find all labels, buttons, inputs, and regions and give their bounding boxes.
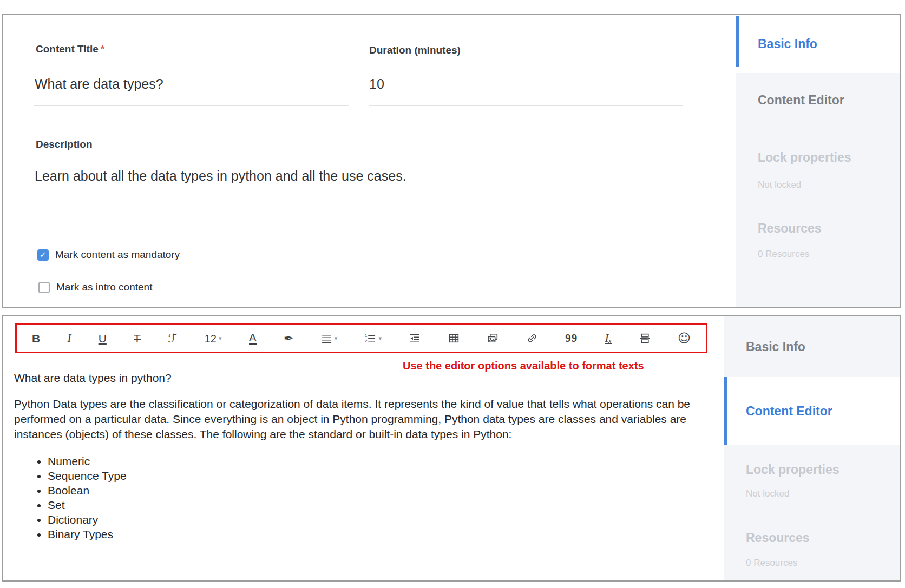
italic-icon: I [67, 333, 71, 344]
lock-status-text: Not locked [724, 488, 900, 499]
indent-icon [409, 333, 421, 344]
content-editor-panel: BIUTℱ12▾A✒▾12▾99Iₓ☺ Use the editor optio… [2, 315, 901, 582]
table-button[interactable] [447, 332, 461, 345]
link-icon [526, 333, 538, 344]
editor-bullet-list: NumericSequence TypeBooleanSetDictionary… [14, 454, 714, 541]
clear-formatting-button[interactable]: Iₓ [604, 332, 613, 345]
bullet-item: Binary Types [48, 527, 714, 541]
clear-formatting-icon: Iₓ [605, 333, 612, 344]
sidebar-item-resources: Resources [736, 221, 900, 236]
sidebar-item-lock-properties: Lock properties [724, 463, 900, 477]
active-indicator-bar [724, 377, 727, 445]
italic-button[interactable]: I [66, 332, 72, 345]
underline-button[interactable]: U [97, 332, 108, 345]
emoji-icon: ☺ [678, 332, 691, 345]
sidebar-item-content-editor[interactable]: Content Editor [736, 73, 900, 127]
sidebar-item-label: Content Editor [724, 404, 832, 419]
description-input[interactable]: Learn about all the data types in python… [35, 168, 522, 184]
bullet-item: Set [48, 498, 714, 512]
lock-status-text: Not locked [736, 180, 900, 190]
quote-button[interactable]: 99 [564, 332, 579, 345]
underline-icon: U [99, 333, 107, 344]
mandatory-checkbox-label: Mark content as mandatory [55, 249, 180, 261]
bold-button[interactable]: B [31, 332, 41, 345]
field-underline [34, 233, 485, 233]
check-icon: ✓ [40, 251, 47, 259]
editor-paragraph: Python Data types are the classification… [14, 397, 714, 442]
ordered-list-button[interactable]: 12▾ [363, 332, 383, 345]
dropdown-caret-icon: ▾ [335, 335, 338, 342]
field-underline [369, 105, 683, 106]
description-label: Description [36, 138, 93, 150]
resources-count-text: 0 Resources [736, 249, 900, 260]
table-icon [448, 333, 460, 344]
quote-icon: 99 [565, 333, 578, 344]
duration-label: Duration (minutes) [369, 44, 461, 56]
bullet-item: Boolean [48, 483, 714, 498]
ordered-list-icon: 12 [364, 333, 376, 344]
mandatory-checkbox-row[interactable]: ✓ Mark content as mandatory [37, 249, 180, 261]
basic-info-sidebar: Basic Info Content Editor Lock propertie… [736, 15, 900, 307]
field-underline [34, 105, 349, 106]
intro-checkbox-row[interactable]: ✓ Mark as intro content [38, 281, 152, 293]
rich-text-editor-area[interactable]: What are data types in python? Python Da… [14, 371, 714, 541]
dropdown-caret-icon: ▾ [378, 335, 382, 342]
basic-info-panel: Content Title* What are data types? Dura… [2, 14, 901, 308]
image-button[interactable] [486, 332, 500, 345]
content-title-label: Content Title* [36, 43, 104, 55]
strikethrough-icon: T [134, 333, 141, 344]
duration-input[interactable]: 10 [369, 76, 477, 92]
font-size-button[interactable]: 12▾ [204, 332, 223, 345]
sidebar-item-resources: Resources [724, 531, 900, 545]
content-editor-sidebar: Basic Info Content Editor Lock propertie… [724, 316, 900, 580]
intro-checkbox-label: Mark as intro content [56, 281, 152, 293]
bullet-item: Sequence Type [48, 468, 714, 483]
font-family-button[interactable]: ℱ [167, 332, 178, 346]
required-asterisk: * [101, 43, 104, 55]
dropdown-caret-icon: ▾ [219, 335, 222, 342]
emoji-button[interactable]: ☺ [677, 331, 692, 346]
mandatory-checkbox[interactable]: ✓ [37, 249, 49, 261]
sidebar-item-lock-properties: Lock properties [736, 150, 900, 165]
font-family-icon: ℱ [168, 333, 177, 345]
sidebar-item-label: Basic Info [736, 37, 817, 51]
sidebar-item-basic-info[interactable]: Basic Info [736, 15, 900, 73]
content-title-label-text: Content Title [36, 43, 99, 55]
font-color-button[interactable]: A [248, 331, 258, 346]
svg-text:2: 2 [365, 339, 368, 343]
bold-icon: B [32, 333, 40, 344]
font-size-icon: 12 [205, 333, 217, 344]
indent-button[interactable] [408, 332, 422, 345]
highlight-icon: ✒ [284, 333, 293, 345]
page-break-icon [639, 333, 651, 344]
bullet-item: Numeric [48, 454, 714, 468]
content-title-input[interactable]: What are data types? [35, 76, 338, 92]
bullet-item: Dictionary [48, 512, 714, 527]
font-color-icon: A [249, 332, 257, 345]
active-indicator-bar [736, 16, 739, 67]
align-button[interactable]: ▾ [320, 332, 339, 345]
sidebar-item-label: Content Editor [736, 93, 844, 108]
editor-toolbar-highlight-box: BIUTℱ12▾A✒▾12▾99Iₓ☺ [15, 323, 707, 353]
sidebar-item-basic-info[interactable]: Basic Info [724, 316, 900, 377]
resources-count-text: 0 Resources [724, 558, 900, 569]
sidebar-item-content-editor[interactable]: Content Editor [724, 377, 900, 445]
strikethrough-button[interactable]: T [133, 332, 142, 345]
intro-checkbox[interactable]: ✓ [38, 282, 50, 293]
align-icon [321, 333, 332, 344]
page-break-button[interactable] [638, 332, 652, 345]
editor-heading: What are data types in python? [14, 371, 714, 386]
sidebar-item-label: Basic Info [724, 340, 805, 354]
svg-text:1: 1 [365, 333, 368, 338]
image-icon [487, 333, 499, 344]
link-button[interactable] [525, 332, 539, 345]
highlight-button[interactable]: ✒ [283, 332, 294, 346]
